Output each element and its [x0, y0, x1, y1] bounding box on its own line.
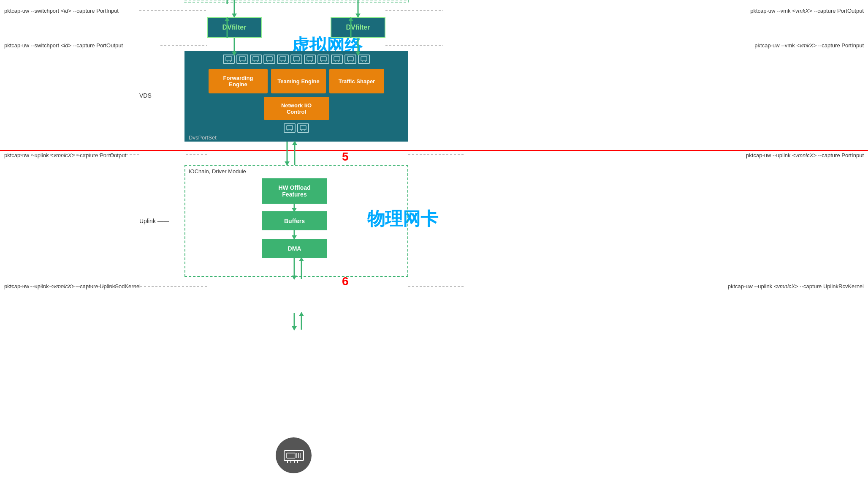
port-icon	[331, 55, 343, 64]
port-icon	[277, 55, 289, 64]
network-io-label: Network I/OControl	[281, 102, 312, 115]
uplink-label: Uplink ——	[139, 218, 169, 224]
pktcap-uplink-portoutput-left: pktcap-uw --uplink <vmnicX> --capture Po…	[4, 152, 126, 158]
svg-rect-6	[253, 57, 259, 61]
port-icons-top	[185, 51, 408, 66]
buffers-label: Buffers	[284, 218, 305, 224]
port-icon-bottom-left	[284, 123, 296, 133]
number-6-label: 6	[342, 275, 349, 288]
traffic-shaper-label: Traffic Shaper	[339, 78, 375, 85]
pktcap-uplink-sndkernel-left: pktcap-uw --uplink <vmnicX> --capture Up…	[4, 283, 141, 289]
hw-offload-label: HW OffloadFeatures	[278, 184, 310, 198]
svg-rect-0	[226, 57, 232, 61]
red-divider	[0, 150, 868, 151]
svg-marker-85	[299, 312, 304, 316]
dma-label: DMA	[288, 245, 301, 252]
port-icon	[236, 55, 248, 64]
svg-marker-83	[292, 326, 297, 330]
svg-rect-9	[266, 57, 272, 61]
svg-rect-18	[307, 57, 313, 61]
teaming-engine-box: Teaming Engine	[271, 69, 326, 93]
number-5-label: 5	[342, 150, 349, 164]
port-icon	[223, 55, 235, 64]
dvfilter-left: DVfilter	[207, 17, 262, 38]
port-icon	[263, 55, 275, 64]
pktcap-vmk-portoutput-right: pktcap-uw --vmk <vmkX> --capture PortOut…	[750, 8, 864, 14]
svg-rect-27	[347, 57, 353, 61]
svg-rect-88	[184, 0, 408, 2]
port-icon	[344, 55, 356, 64]
port-icons-bottom	[185, 121, 408, 135]
vds-box: ForwardingEngine Teaming Engine Traffic …	[184, 51, 408, 142]
port-icon-bottom-right	[297, 123, 309, 133]
svg-rect-36	[300, 126, 306, 130]
port-icon	[290, 55, 302, 64]
engines-row: ForwardingEngine Teaming Engine Traffic …	[185, 66, 408, 96]
svg-rect-33	[287, 126, 293, 130]
svg-rect-40	[287, 453, 295, 458]
network-io-box: Network I/OControl	[264, 97, 329, 120]
port-icon	[358, 55, 370, 64]
pktcap-sw-portinput-left: pktcap-uw --switchport <id> --capture Po…	[4, 8, 119, 14]
port-icon	[304, 55, 316, 64]
network-card-icon	[276, 437, 312, 473]
diagram-container: 虚拟网络 物理网卡 pktcap-uw --switchport <id> --…	[0, 0, 868, 486]
svg-rect-39	[284, 451, 304, 461]
hw-offload-box: HW OffloadFeatures	[262, 178, 327, 204]
pktcap-sw-portoutput-left: pktcap-uw --switchport <id> --capture Po…	[4, 42, 123, 49]
port-icon	[250, 55, 262, 64]
port-icon	[317, 55, 329, 64]
arrows-overlay	[0, 0, 868, 486]
teaming-engine-label: Teaming Engine	[277, 78, 319, 85]
svg-rect-3	[239, 57, 245, 61]
dma-box: DMA	[262, 239, 327, 258]
svg-rect-12	[280, 57, 286, 61]
vds-label: VDS	[139, 92, 152, 99]
forwarding-engine-label: ForwardingEngine	[223, 75, 253, 87]
svg-rect-21	[320, 57, 326, 61]
forwarding-engine-box: ForwardingEngine	[209, 69, 268, 93]
iochain-label: IOChain, Driver Module	[189, 168, 246, 175]
buffers-box: Buffers	[262, 211, 327, 230]
pktcap-vmk-portinput-right: pktcap-uw --vmk <vmkX> --capture PortInp…	[754, 42, 864, 49]
network-io-row: Network I/OControl	[185, 96, 408, 121]
svg-rect-24	[334, 57, 340, 61]
traffic-shaper-box: Traffic Shaper	[329, 69, 384, 93]
dvsportset-label: DvsPortSet	[189, 134, 217, 141]
pktcap-uplink-rcvkernel-right: pktcap-uw --uplink <vmnicX> --capture Up…	[728, 283, 864, 289]
svg-rect-30	[361, 57, 367, 61]
svg-rect-15	[293, 57, 299, 61]
pktcap-uplink-portinput-right: pktcap-uw --uplink <vmnicX> --capture Po…	[746, 152, 864, 158]
dvfilter-right: DVfilter	[331, 17, 385, 38]
